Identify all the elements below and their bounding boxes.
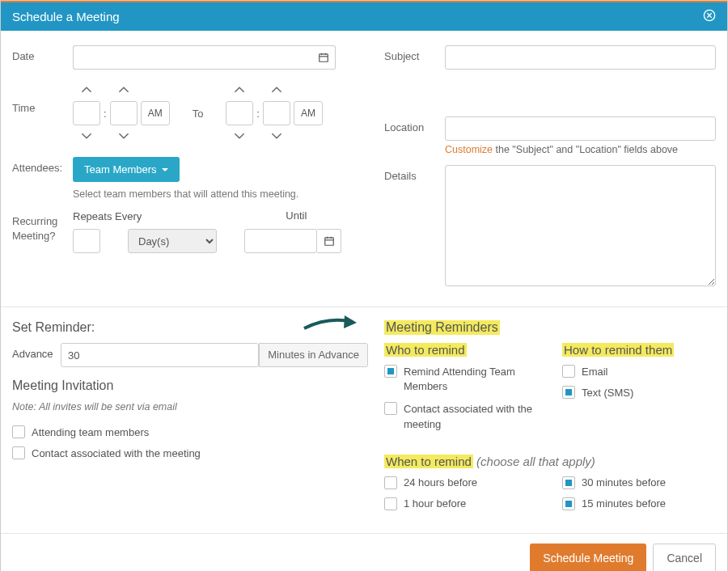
when-24h-label: 24 hours before [404, 476, 477, 489]
schedule-meeting-modal: Schedule a Meeting Date [0, 0, 728, 571]
when-24h-checkbox[interactable] [384, 476, 397, 489]
details-textarea[interactable] [445, 165, 716, 286]
start-hour-input[interactable] [73, 101, 100, 125]
start-ampm[interactable]: AM [141, 101, 170, 125]
svg-rect-5 [324, 238, 333, 245]
who-heading: Who to remind [384, 343, 538, 357]
when-1h-label: 1 hour before [404, 497, 466, 510]
calendar-icon[interactable] [317, 229, 341, 253]
chevron-up-icon[interactable] [227, 79, 252, 101]
customize-link[interactable]: Customize [445, 144, 493, 155]
cancel-button[interactable]: Cancel [653, 544, 716, 571]
subject-label: Subject [384, 45, 445, 62]
advance-label: Advance [12, 343, 61, 367]
end-ampm[interactable]: AM [294, 101, 323, 125]
repeats-unit-select[interactable]: Day(s) [128, 229, 217, 253]
how-heading: How to remind them [562, 343, 716, 357]
arrow-icon [300, 312, 365, 339]
remind-team-checkbox[interactable] [384, 365, 397, 378]
chevron-up-icon[interactable] [74, 79, 99, 101]
to-label: To [193, 108, 204, 120]
repeats-every-input[interactable] [73, 229, 100, 253]
sms-label: Text (SMS) [582, 387, 633, 399]
invite-attending-label: Attending team members [32, 426, 149, 438]
location-label: Location [384, 116, 445, 133]
invite-note: Note: All invites will be sent via email [12, 401, 368, 412]
chevron-down-icon[interactable] [265, 125, 289, 147]
team-members-label: Team Members [84, 163, 157, 176]
invite-contact-checkbox[interactable] [12, 446, 25, 459]
repeats-label: Repeats Every [73, 209, 142, 224]
chevron-up-icon[interactable] [265, 79, 289, 101]
calendar-icon[interactable] [311, 45, 336, 70]
modal-title: Schedule a Meeting [12, 10, 120, 23]
modal-header: Schedule a Meeting [1, 1, 727, 31]
location-input[interactable] [445, 116, 716, 141]
chevron-down-icon[interactable] [112, 125, 136, 147]
recurring-label: Recurring Meeting? [12, 209, 73, 243]
until-label: Until [286, 209, 307, 222]
remind-contact-label: Contact associated with the meeting [404, 402, 538, 431]
chevron-down-icon[interactable] [227, 125, 252, 147]
meeting-reminders-heading: Meeting Reminders [384, 320, 716, 335]
email-label: Email [582, 366, 608, 378]
chevron-down-icon[interactable] [74, 125, 99, 147]
invite-contact-label: Contact associated with the meeting [32, 447, 201, 459]
reminder-section: Set Reminder: Advance Minutes in Advance… [1, 307, 727, 533]
caret-down-icon [162, 168, 168, 171]
close-icon[interactable] [703, 9, 716, 24]
remind-contact-checkbox[interactable] [384, 402, 397, 415]
meeting-invitation-heading: Meeting Invitation [12, 379, 368, 393]
email-checkbox[interactable] [562, 365, 575, 378]
attendees-label: Attendees: [12, 157, 73, 174]
modal-body: Date Time [1, 31, 727, 307]
when-30m-label: 30 minutes before [582, 476, 666, 489]
chevron-up-icon[interactable] [112, 79, 136, 101]
advance-unit: Minutes in Advance [259, 343, 368, 367]
time-label: Time [12, 79, 73, 114]
start-minute-input[interactable] [110, 101, 138, 125]
date-input[interactable] [73, 45, 311, 70]
when-1h-checkbox[interactable] [384, 497, 397, 510]
advance-input[interactable] [61, 343, 259, 367]
date-label: Date [12, 45, 73, 62]
until-input[interactable] [244, 229, 317, 253]
when-heading: When to remind (choose all that apply) [384, 455, 716, 468]
sms-checkbox[interactable] [562, 386, 575, 399]
modal-footer: Schedule Meeting Cancel [1, 533, 727, 571]
attendees-hint: Select team members that will attend thi… [73, 188, 368, 200]
invite-attending-checkbox[interactable] [12, 425, 25, 438]
end-hour-input[interactable] [226, 101, 253, 125]
subject-input[interactable] [445, 45, 716, 70]
end-minute-input[interactable] [263, 101, 290, 125]
schedule-meeting-button[interactable]: Schedule Meeting [530, 544, 646, 571]
remind-team-label: Remind Attending Team Members [404, 365, 538, 394]
when-15m-checkbox[interactable] [562, 497, 575, 510]
customize-hint: Customize the "Subject" and "Location" f… [445, 144, 716, 155]
when-30m-checkbox[interactable] [562, 476, 575, 489]
when-15m-label: 15 minutes before [582, 497, 666, 510]
details-label: Details [384, 165, 445, 182]
team-members-dropdown[interactable]: Team Members [73, 157, 180, 182]
svg-rect-1 [319, 54, 328, 61]
